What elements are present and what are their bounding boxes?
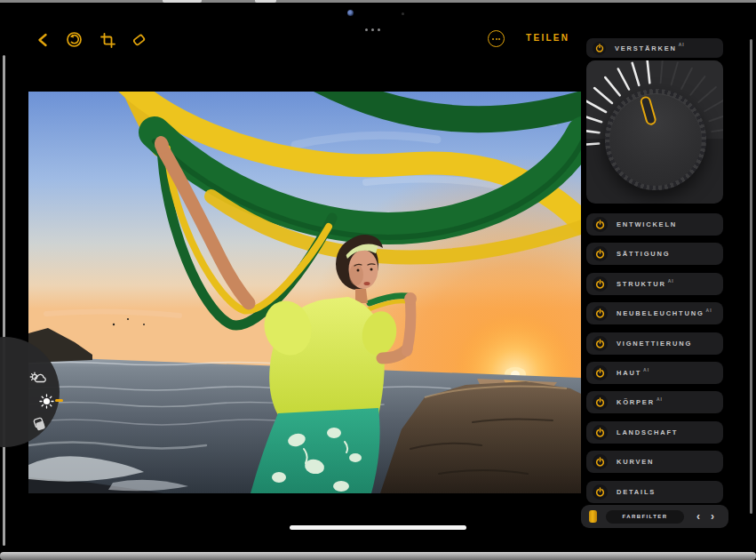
power-toggle-icon[interactable]	[593, 425, 608, 440]
adjustment-row-details[interactable]: DETAILS	[586, 481, 723, 503]
adjustment-label: VIGNETTIERUNG	[617, 340, 692, 348]
device-right-edge	[750, 39, 752, 514]
adjustment-row-koerper[interactable]: KÖRPERAI	[586, 391, 723, 413]
filters-icon[interactable]	[31, 417, 47, 432]
device-button	[255, 0, 276, 3]
next-filter-button[interactable]: ›	[711, 511, 714, 522]
eraser-icon[interactable]	[131, 32, 147, 47]
adjustment-row-struktur[interactable]: STRUKTURAI	[586, 273, 723, 295]
power-toggle-icon[interactable]	[593, 42, 606, 55]
enhance-header[interactable]: VERSTÄRKEN AI	[586, 38, 723, 58]
adjustment-label: NEUBELEUCHTUNG	[617, 309, 704, 317]
adjustment-row-saettigung[interactable]: SÄTTIGUNG	[586, 243, 723, 265]
adjustment-row-kurven[interactable]: KURVEN	[586, 451, 723, 473]
power-toggle-icon[interactable]	[593, 395, 608, 410]
ai-badge: AI	[657, 396, 663, 402]
multitask-indicator[interactable]	[365, 28, 380, 31]
home-indicator[interactable]	[290, 525, 466, 530]
power-toggle-icon[interactable]	[593, 306, 608, 321]
crop-icon[interactable]	[100, 33, 115, 48]
farbfilter-label: FARBFILTER	[623, 514, 668, 519]
power-toggle-icon[interactable]	[593, 484, 608, 500]
adjustment-label: HAUT	[617, 369, 641, 377]
device-bottom-edge	[0, 552, 756, 560]
adjustment-label: DETAILS	[617, 488, 656, 496]
ipad-photo-editor: TEILEN	[0, 0, 756, 560]
color-filter-icon[interactable]	[589, 510, 597, 523]
prev-filter-button[interactable]: ‹	[696, 511, 700, 522]
ai-badge: AI	[706, 308, 712, 313]
device-top-edge	[0, 0, 756, 3]
adjustment-label: LANDSCHAFT	[617, 428, 678, 436]
sensor-dot	[402, 12, 404, 15]
knob-face	[609, 93, 702, 186]
sun-cloud-icon[interactable]	[29, 372, 46, 385]
brightness-icon[interactable]	[39, 394, 54, 409]
filter-footer-bar: FARBFILTER ‹ ›	[581, 505, 728, 528]
more-options-button[interactable]	[488, 30, 505, 47]
ai-badge: AI	[643, 367, 649, 372]
adjustment-label: KURVEN	[617, 458, 654, 466]
adjustment-label: KÖRPER	[617, 398, 655, 406]
enhance-dial-panel[interactable]	[586, 60, 723, 204]
undo-icon[interactable]	[66, 31, 83, 48]
photo-canvas[interactable]	[28, 92, 581, 493]
device-left-edge	[3, 55, 5, 546]
farbfilter-button[interactable]: FARBFILTER	[606, 510, 684, 524]
back-icon[interactable]	[36, 33, 49, 47]
adjustment-row-haut[interactable]: HAUTAI	[586, 362, 723, 384]
adjustment-label: STRUKTUR	[617, 280, 666, 288]
ai-badge: AI	[668, 278, 674, 284]
enhance-label: VERSTÄRKEN	[615, 44, 677, 52]
adjustment-row-entwickeln[interactable]: ENTWICKELN	[586, 213, 723, 236]
power-toggle-icon[interactable]	[593, 246, 608, 261]
adjustment-row-landschaft[interactable]: LANDSCHAFT	[586, 421, 723, 444]
photo-scene	[28, 92, 581, 493]
wheel-selection-indicator	[55, 399, 63, 402]
device-button	[163, 0, 202, 3]
ai-badge: AI	[679, 42, 685, 47]
front-camera	[347, 10, 354, 16]
share-button[interactable]: TEILEN	[526, 33, 569, 43]
enhance-dial-knob[interactable]	[605, 89, 706, 190]
adjustment-row-neubeleuchtung[interactable]: NEUBELEUCHTUNGAI	[586, 302, 723, 324]
adjustment-label: SÄTTIGUNG	[617, 250, 670, 258]
power-toggle-icon[interactable]	[593, 217, 608, 232]
power-toggle-icon[interactable]	[593, 276, 608, 292]
power-toggle-icon[interactable]	[593, 336, 608, 351]
power-toggle-icon[interactable]	[593, 365, 608, 380]
adjustment-row-vignettierung[interactable]: VIGNETTIERUNG	[586, 332, 723, 355]
power-toggle-icon[interactable]	[593, 454, 608, 469]
adjustment-label: ENTWICKELN	[617, 220, 677, 228]
